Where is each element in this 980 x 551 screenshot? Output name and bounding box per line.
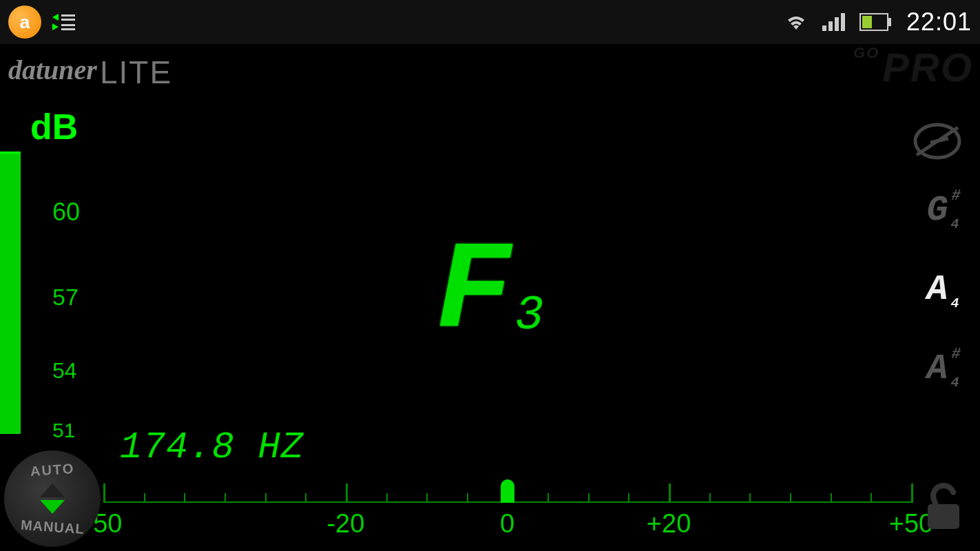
sort-icon [52,14,75,30]
mode-dial[interactable]: AUTO MANUAL [4,450,101,547]
main-area: dB 605754514845 F3 174.8 HZ -50-200+20+5… [0,90,980,551]
svg-rect-6 [862,16,872,28]
svg-rect-2 [835,17,839,31]
signal-icon [822,12,846,32]
alt-note-octave: 4 [951,375,959,391]
note-octave: 3 [515,289,544,343]
sharp-symbol: # [951,346,960,363]
battery-icon [859,13,893,31]
db-tick: 57 [52,285,80,309]
cents-tick-major [103,484,105,503]
svg-rect-0 [822,25,826,31]
frequency-readout: 174.8 HZ [120,426,304,468]
brand-name: datuner [8,54,97,86]
note-letter: F [436,222,510,363]
mode-down-icon [40,500,65,514]
cents-tick-minor [144,493,145,503]
cents-label: -20 [326,509,364,539]
lock-button[interactable] [919,479,968,537]
go-pro-button[interactable]: GOPRO [853,44,973,90]
alt-notes-panel: G#4A4A#4 [903,117,972,389]
cents-tick-minor [628,493,629,503]
brand-edition: LITE [100,54,172,91]
db-meter-bar [0,152,21,434]
cents-label: 0 [500,509,514,539]
mode-auto-label: AUTO [30,461,75,479]
app-icon: a [8,6,41,39]
cents-tick-minor [790,493,791,503]
cents-tick-major [346,484,348,503]
pro-label: PRO [882,45,973,90]
status-left: a [8,6,75,39]
sharp-symbol: # [951,187,960,205]
cents-tick-major [911,484,913,503]
db-tick: 51 [52,420,80,441]
cents-tick-major [669,484,671,503]
db-tick: 60 [52,200,80,225]
svg-line-9 [930,138,948,143]
status-right: 22:01 [784,8,972,37]
wifi-icon [784,12,809,32]
mode-up-icon [40,484,65,497]
cents-indicator [501,479,514,503]
svg-rect-5 [888,18,891,26]
cents-tick-minor [386,493,388,503]
svg-rect-3 [841,13,845,31]
alt-note-octave: 4 [951,295,959,311]
mode-manual-label: MANUAL [20,517,85,537]
cents-tick-minor [467,493,468,503]
alt-note-octave: 4 [951,216,959,232]
cents-tick-minor [426,493,428,503]
alt-note[interactable]: A#4 [926,349,948,389]
cents-tick-minor [588,493,590,503]
cents-tick-minor [184,493,185,503]
cents-tick-minor [709,493,711,503]
cents-label: +20 [647,509,691,539]
status-bar: a 22:01 [0,0,980,44]
db-label: dB [30,106,78,147]
db-tick: 54 [52,360,80,382]
svg-rect-1 [828,21,833,31]
alt-note[interactable]: G#4 [926,190,948,231]
mute-button[interactable] [906,117,968,165]
cents-tick-minor [305,493,306,503]
status-clock: 22:01 [906,8,972,37]
cents-tick-minor [870,493,872,503]
go-label: GO [853,44,879,61]
cents-tick-minor [831,493,832,503]
cents-tick-minor [749,493,751,503]
note-display: F3 [436,222,543,363]
app-header: datuner LITE GOPRO [0,44,980,90]
svg-rect-10 [928,504,959,529]
cents-tick-minor [265,493,267,503]
cents-tick-minor [548,493,549,503]
alt-note[interactable]: A4 [926,269,948,310]
cents-tick-minor [225,493,226,503]
cents-scale: -50-200+20+50 [103,477,911,539]
